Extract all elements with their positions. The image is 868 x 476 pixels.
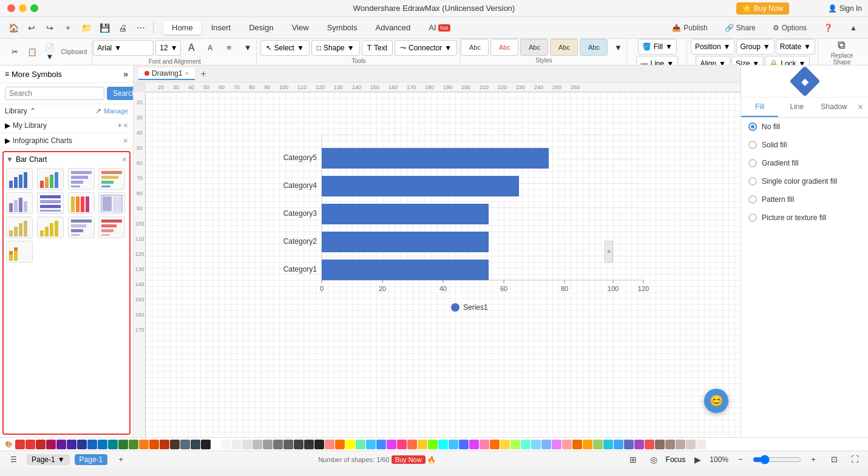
color-swatch[interactable] [521, 440, 531, 449]
color-swatch[interactable] [645, 440, 654, 449]
color-swatch[interactable] [232, 440, 242, 449]
color-swatch[interactable] [191, 440, 200, 449]
expand-panel-btn[interactable]: » [123, 69, 128, 79]
tab-advanced[interactable]: Advanced [367, 21, 419, 35]
page1-btn[interactable]: Page-1 ▼ [27, 454, 70, 465]
color-swatch[interactable] [614, 440, 623, 449]
color-swatch[interactable] [531, 440, 541, 449]
color-swatch[interactable] [314, 440, 324, 449]
color-picker-icon[interactable]: 🎨 [2, 440, 15, 449]
color-swatch[interactable] [634, 440, 644, 449]
paste-btn[interactable]: 📄 [41, 43, 58, 52]
chart-thumb-10[interactable] [37, 216, 64, 238]
infographic-charts-row[interactable]: ▶ Infographic Charts × [0, 133, 133, 149]
chart-thumb-12[interactable] [98, 216, 125, 238]
my-library-row[interactable]: ▶ My Library + × [0, 118, 133, 133]
no-fill-option[interactable]: No fill [741, 118, 868, 136]
chart-thumb-9[interactable] [6, 216, 33, 238]
style-box-5[interactable]: Abc [580, 39, 608, 56]
color-swatch[interactable] [407, 440, 417, 449]
layers-btn[interactable]: ⊞ [625, 451, 642, 468]
color-swatch[interactable] [428, 440, 438, 449]
color-swatch[interactable] [665, 440, 675, 449]
color-swatch[interactable] [180, 440, 190, 449]
chart-thumb-3[interactable] [68, 168, 95, 190]
color-swatch[interactable] [15, 440, 25, 449]
print-btn[interactable]: 🖨 [114, 19, 131, 36]
color-swatch[interactable] [655, 440, 665, 449]
manage-link[interactable]: Manage [104, 107, 128, 115]
texture-fill-option[interactable]: Picture or texture fill [741, 209, 868, 227]
color-swatch[interactable] [572, 440, 582, 449]
close-bar-chart[interactable]: × [122, 155, 127, 164]
more-styles-btn[interactable]: ▼ [609, 39, 626, 56]
help-btn[interactable]: ❓ [818, 22, 839, 34]
open-btn[interactable]: 📁 [78, 19, 95, 36]
redo-btn[interactable]: ↪ [41, 19, 58, 36]
position-dropdown[interactable]: Position ▼ [691, 39, 735, 55]
chart-thumb-13[interactable] [6, 241, 33, 263]
save-btn[interactable]: 💾 [96, 19, 113, 36]
color-swatch[interactable] [87, 440, 97, 449]
color-swatch[interactable] [500, 440, 510, 449]
diamond-icon-btn[interactable]: ◆ [789, 66, 820, 97]
color-swatch[interactable] [222, 440, 231, 449]
color-swatch[interactable] [345, 440, 355, 449]
color-swatch[interactable] [139, 440, 149, 449]
color-swatch[interactable] [387, 440, 396, 449]
play-btn[interactable]: ▶ [689, 451, 706, 468]
lock-dropdown[interactable]: 🔒 Lock ▼ [765, 56, 810, 65]
tab-view[interactable]: View [283, 21, 317, 35]
minimize-button[interactable] [19, 4, 27, 12]
maximize-button[interactable] [30, 4, 38, 12]
chart-thumb-7[interactable] [68, 192, 95, 214]
color-swatch[interactable] [397, 440, 407, 449]
page1-active-btn[interactable]: Page-1 [75, 454, 108, 465]
color-swatch[interactable] [56, 440, 66, 449]
style-box-3[interactable]: Abc [520, 39, 548, 56]
shape-dropdown[interactable]: □ Shape ▼ [311, 40, 360, 56]
chart-thumb-5[interactable] [6, 192, 33, 214]
color-swatch[interactable] [356, 440, 365, 449]
zoom-in-btn[interactable]: + [805, 451, 822, 468]
color-swatch[interactable] [686, 440, 696, 449]
color-swatch[interactable] [294, 440, 303, 449]
color-swatch[interactable] [438, 440, 448, 449]
close-button[interactable] [7, 4, 15, 12]
align-btn[interactable]: ≡ [220, 39, 237, 56]
copy-btn[interactable]: 📋 [24, 44, 41, 61]
add-page-btn[interactable]: + [112, 451, 129, 468]
color-swatch[interactable] [459, 440, 469, 449]
chart-thumb-6[interactable] [37, 192, 64, 214]
single-color-gradient-option[interactable]: Single color gradient fill [741, 172, 868, 190]
more-btn[interactable]: ⋯ [132, 19, 149, 36]
select-dropdown[interactable]: ↖ Select ▼ [260, 40, 310, 56]
color-swatch[interactable] [118, 440, 128, 449]
decrease-font-btn[interactable]: A [202, 39, 219, 56]
color-swatch[interactable] [552, 440, 561, 449]
texture-fill-radio[interactable] [748, 213, 757, 222]
color-swatch[interactable] [108, 440, 118, 449]
color-swatch[interactable] [77, 440, 87, 449]
gradient-fill-option[interactable]: Gradient fill [741, 154, 868, 172]
fill-dropdown[interactable]: 🪣 Fill ▼ [638, 39, 677, 55]
tab-home[interactable]: Home [163, 21, 202, 35]
color-swatch[interactable] [624, 440, 634, 449]
close-my-library[interactable]: × [123, 121, 128, 130]
color-swatch[interactable] [129, 440, 138, 449]
color-swatch[interactable] [253, 440, 262, 449]
color-swatch[interactable] [201, 440, 211, 449]
publish-btn[interactable]: 📤 Publish [666, 22, 713, 34]
color-swatch[interactable] [490, 440, 500, 449]
color-swatch[interactable] [325, 440, 334, 449]
color-swatch[interactable] [335, 440, 345, 449]
color-swatch[interactable] [273, 440, 283, 449]
rotate-dropdown[interactable]: Rotate ▼ [776, 39, 815, 55]
color-swatch[interactable] [449, 440, 458, 449]
close-infographic[interactable]: × [123, 136, 128, 146]
new-btn[interactable]: ＋ [59, 19, 76, 36]
color-swatch[interactable] [25, 440, 35, 449]
color-swatch[interactable] [149, 440, 159, 449]
color-swatch[interactable] [304, 440, 314, 449]
pattern-fill-option[interactable]: Pattern fill [741, 190, 868, 209]
